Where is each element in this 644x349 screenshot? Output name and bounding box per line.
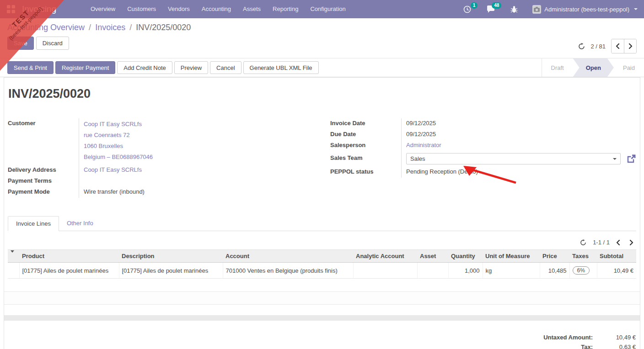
- breadcrumb-separator: /: [87, 23, 93, 32]
- cell-uom[interactable]: kg: [483, 263, 540, 279]
- payment-mode-value[interactable]: Wire transfer (inbound): [79, 187, 322, 198]
- cell-description[interactable]: [01775] Ailes de poulet marinées: [119, 263, 223, 279]
- app-brand[interactable]: Invoicing: [22, 4, 56, 14]
- nav-item-vendors[interactable]: Vendors: [162, 0, 196, 18]
- lines-pager: 1-1 / 1: [8, 239, 636, 246]
- caret-down-icon: [634, 8, 638, 10]
- tax-value: 0,63 €: [600, 344, 636, 349]
- breadcrumb-separator: /: [128, 23, 134, 32]
- column-account[interactable]: Account: [223, 250, 353, 263]
- customer-name-link[interactable]: Coop IT Easy SCRLfs: [84, 120, 322, 131]
- tax-label: Tax:: [581, 344, 600, 349]
- due-date-label: Due Date: [330, 129, 401, 140]
- breadcrumb-accounting-overview[interactable]: Accounting Overview: [7, 23, 85, 32]
- activity-menu[interactable]: 1: [458, 0, 477, 18]
- send-print-button[interactable]: Send & Print: [7, 61, 54, 74]
- cell-product[interactable]: [01775] Ailes de poulet marinées: [19, 263, 119, 279]
- nav-item-assets[interactable]: Assets: [237, 0, 267, 18]
- column-asset[interactable]: Asset: [417, 250, 448, 263]
- record-pager: 2 / 81: [578, 39, 637, 53]
- column-uom[interactable]: Unit of Measure: [483, 250, 540, 263]
- discard-button[interactable]: Discard: [36, 37, 69, 50]
- salesperson-label: Salesperson: [330, 140, 401, 151]
- user-menu[interactable]: Administrator (bees-test-peppol): [528, 5, 638, 14]
- field-salesperson: Salesperson Administrator: [330, 140, 636, 151]
- statusbar: Draft Open Paid: [542, 58, 644, 77]
- field-customer: Customer Coop IT Easy SCRLfs rue Coenrae…: [8, 118, 322, 165]
- payment-terms-value[interactable]: [79, 176, 322, 187]
- customer-country-vat[interactable]: Belgium – BE0688967046: [84, 153, 322, 164]
- systray: 1 48 Administrator (bees-test: [458, 0, 644, 18]
- cell-asset[interactable]: [417, 263, 448, 279]
- status-step-paid[interactable]: Paid: [614, 58, 644, 77]
- next-record-button[interactable]: [624, 39, 636, 53]
- lines-next-button[interactable]: [629, 240, 633, 245]
- cancel-button[interactable]: Cancel: [210, 61, 241, 74]
- tab-invoice-lines[interactable]: Invoice Lines: [8, 216, 59, 231]
- status-step-open[interactable]: Open: [573, 58, 614, 77]
- column-product[interactable]: Product: [19, 250, 119, 263]
- field-delivery-address: Delivery Address Coop IT Easy SCRLfs: [8, 165, 322, 176]
- customer-value: Coop IT Easy SCRLfs rue Coenraets 72 106…: [79, 118, 322, 165]
- external-link-icon[interactable]: [627, 154, 636, 164]
- customer-city[interactable]: 1060 Bruxelles: [84, 142, 322, 153]
- status-step-draft[interactable]: Draft: [542, 58, 573, 77]
- column-analytic-account[interactable]: Analytic Account: [353, 250, 417, 263]
- salesperson-link[interactable]: Administrator: [406, 142, 441, 148]
- top-navbar: Invoicing Overview Customers Vendors Acc…: [0, 0, 644, 18]
- due-date-value[interactable]: 09/12/2025: [401, 129, 636, 140]
- customer-street[interactable]: rue Coenraets 72: [84, 131, 322, 142]
- record-pager-buttons: [611, 39, 637, 53]
- nav-item-overview[interactable]: Overview: [85, 0, 121, 18]
- cell-price[interactable]: 10,485: [540, 263, 569, 279]
- nav-item-reporting[interactable]: Reporting: [267, 0, 304, 18]
- optional-columns-toggle[interactable]: [8, 250, 19, 263]
- cell-subtotal[interactable]: 10,49 €: [597, 263, 636, 279]
- row-handle: [8, 263, 19, 279]
- refresh-icon[interactable]: [578, 43, 585, 50]
- column-taxes[interactable]: Taxes: [569, 250, 597, 263]
- messages-badge: 48: [492, 2, 501, 9]
- debug-menu[interactable]: [505, 0, 523, 18]
- previous-record-button[interactable]: [612, 39, 624, 53]
- form-fields: Customer Coop IT Easy SCRLfs rue Coenrae…: [8, 118, 636, 198]
- messages-menu[interactable]: 48: [481, 0, 500, 18]
- column-subtotal[interactable]: Subtotal: [597, 250, 636, 263]
- add-credit-note-button[interactable]: Add Credit Note: [117, 61, 172, 74]
- table-scrollbar[interactable]: [4, 315, 640, 321]
- cell-taxes[interactable]: 6%: [569, 263, 597, 279]
- sales-team-select[interactable]: Sales: [406, 153, 621, 164]
- caret-down-icon: [613, 158, 617, 160]
- cell-account[interactable]: 701000 Ventes en Belgique (produits fini…: [223, 263, 353, 279]
- form-group-left: Customer Coop IT Easy SCRLfs rue Coenrae…: [8, 118, 322, 198]
- peppol-status-value[interactable]: Pending Reception (Demo): [401, 167, 636, 178]
- sales-team-label: Sales Team: [330, 151, 401, 167]
- lines-previous-button[interactable]: [616, 240, 620, 245]
- nav-item-customers[interactable]: Customers: [121, 0, 162, 18]
- cell-quantity[interactable]: 1,000: [448, 263, 483, 279]
- column-quantity[interactable]: Quantity: [448, 250, 483, 263]
- save-button[interactable]: Save: [7, 37, 34, 50]
- delivery-address-link[interactable]: Coop IT Easy SCRLfs: [84, 166, 142, 173]
- invoice-date-label: Invoice Date: [330, 118, 401, 129]
- bug-icon: [510, 5, 518, 13]
- column-description[interactable]: Description: [119, 250, 223, 263]
- breadcrumb-invoices[interactable]: Invoices: [95, 23, 125, 32]
- table-row[interactable]: [01775] Ailes de poulet marinées [01775]…: [8, 263, 636, 279]
- preview-button[interactable]: Preview: [174, 61, 208, 74]
- sales-team-selected-value: Sales: [410, 155, 425, 162]
- generate-ubl-button[interactable]: Generate UBL XML File: [243, 61, 319, 74]
- invoice-date-value[interactable]: 09/12/2025: [401, 118, 636, 129]
- column-price[interactable]: Price: [540, 250, 569, 263]
- action-toolbar: Send & Print Register Payment Add Credit…: [0, 58, 644, 77]
- lines-pager-count: 1-1 / 1: [593, 239, 610, 246]
- cell-analytic-account[interactable]: [353, 263, 417, 279]
- tab-other-info[interactable]: Other Info: [59, 216, 101, 231]
- apps-menu-icon[interactable]: [0, 0, 22, 18]
- field-invoice-date: Invoice Date 09/12/2025: [330, 118, 636, 129]
- notebook: Invoice Lines Other Info 1-1 / 1: [8, 216, 636, 349]
- refresh-icon[interactable]: [580, 239, 586, 246]
- nav-item-accounting[interactable]: Accounting: [196, 0, 237, 18]
- register-payment-button[interactable]: Register Payment: [55, 61, 115, 74]
- nav-item-configuration[interactable]: Configuration: [304, 0, 351, 18]
